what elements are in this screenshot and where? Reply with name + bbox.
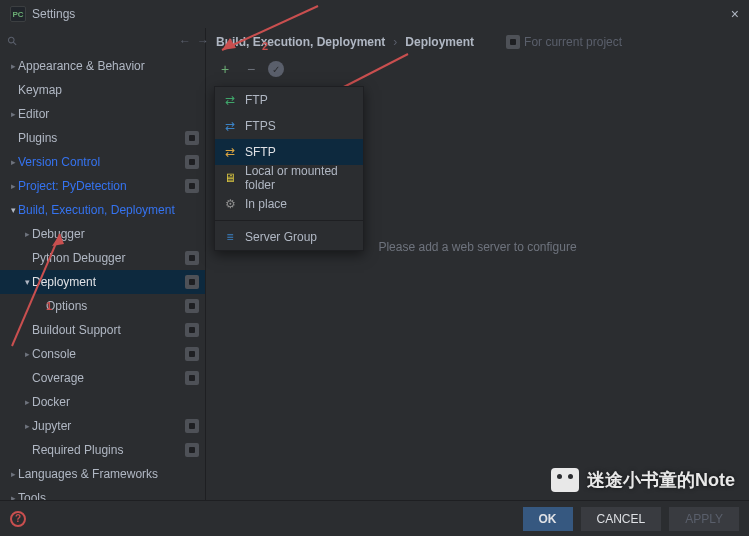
sidebar-item-label: Deployment: [32, 275, 181, 289]
sidebar-item-label: Docker: [32, 395, 199, 409]
dropdown-item[interactable]: ⇄FTPS: [215, 113, 363, 139]
separator: [215, 220, 363, 221]
close-icon[interactable]: ×: [731, 6, 739, 22]
chevron-right-icon: ▸: [22, 421, 32, 431]
project-icon: [185, 443, 199, 457]
sidebar-item-label: Project: PyDetection: [18, 179, 181, 193]
sidebar-item[interactable]: Keymap: [0, 78, 205, 102]
add-button[interactable]: +: [216, 60, 234, 78]
project-icon: [185, 347, 199, 361]
search-icon: ⚲: [4, 33, 20, 49]
chevron-right-icon: ▸: [8, 109, 18, 119]
chevron-right-icon: ▸: [8, 61, 18, 71]
settings-sidebar: ⚲ ← → ▸Appearance & BehaviorKeymap▸Edito…: [0, 28, 206, 500]
sidebar-item[interactable]: ▸Appearance & Behavior: [0, 54, 205, 78]
dropdown-item[interactable]: ⇄FTP: [215, 87, 363, 113]
chevron-down-icon: ▾: [22, 277, 32, 287]
ftp-icon: ⇄: [223, 93, 237, 107]
breadcrumb-part[interactable]: Build, Execution, Deployment: [216, 35, 385, 49]
sidebar-item[interactable]: ▸Docker: [0, 390, 205, 414]
sidebar-item-label: Options: [46, 299, 181, 313]
project-icon: [185, 179, 199, 193]
empty-state-text: Please add a web server to configure: [378, 240, 576, 254]
window-title: Settings: [32, 7, 75, 21]
sidebar-item[interactable]: ▸Debugger: [0, 222, 205, 246]
sidebar-item-label: Editor: [18, 107, 199, 121]
sidebar-item[interactable]: ▸Editor: [0, 102, 205, 126]
project-icon: [185, 419, 199, 433]
dropdown-item-label: FTP: [245, 93, 355, 107]
sidebar-item-label: Appearance & Behavior: [18, 59, 199, 73]
dropdown-item[interactable]: ⚙In place: [215, 191, 363, 217]
sidebar-item-label: Jupyter: [32, 419, 181, 433]
dropdown-item[interactable]: ⇄SFTP: [215, 139, 363, 165]
server-type-dropdown: ⇄FTP⇄FTPS⇄SFTP🖥Local or mounted folder⚙I…: [214, 86, 364, 251]
project-icon: [185, 323, 199, 337]
sidebar-item[interactable]: Python Debugger: [0, 246, 205, 270]
settings-tree: ▸Appearance & BehaviorKeymap▸EditorPlugi…: [0, 54, 205, 500]
settings-content: Build, Execution, Deployment › Deploymen…: [206, 28, 749, 500]
sidebar-item-label: Console: [32, 347, 181, 361]
sidebar-item-label: Buildout Support: [32, 323, 181, 337]
sidebar-item[interactable]: ▸Project: PyDetection: [0, 174, 205, 198]
project-icon: [185, 371, 199, 385]
project-icon: [185, 155, 199, 169]
search-input[interactable]: [23, 34, 173, 48]
remove-button[interactable]: −: [242, 60, 260, 78]
dropdown-item[interactable]: 🖥Local or mounted folder: [215, 165, 363, 191]
chevron-right-icon: ▸: [8, 181, 18, 191]
breadcrumb: Build, Execution, Deployment › Deploymen…: [206, 28, 749, 56]
dropdown-item-label: FTPS: [245, 119, 355, 133]
sidebar-item-label: Debugger: [32, 227, 199, 241]
sidebar-item-label: Version Control: [18, 155, 181, 169]
sidebar-item[interactable]: ▸Languages & Frameworks: [0, 462, 205, 486]
chevron-right-icon: ▸: [22, 229, 32, 239]
cancel-button[interactable]: CANCEL: [581, 507, 662, 531]
sftp-icon: ⇄: [223, 145, 237, 159]
title-bar: PC Settings ×: [0, 0, 749, 28]
sidebar-item[interactable]: Coverage: [0, 366, 205, 390]
dropdown-item-label: In place: [245, 197, 355, 211]
sidebar-item-label: Keymap: [18, 83, 199, 97]
sidebar-item-label: Plugins: [18, 131, 181, 145]
sidebar-item-label: Languages & Frameworks: [18, 467, 199, 481]
sidebar-item-label: Tools: [18, 491, 199, 500]
ftps-icon: ⇄: [223, 119, 237, 133]
sidebar-item[interactable]: Required Plugins: [0, 438, 205, 462]
sidebar-item-label: Build, Execution, Deployment: [18, 203, 199, 217]
chevron-right-icon: ▸: [22, 349, 32, 359]
inplace-icon: ⚙: [223, 197, 237, 211]
sidebar-item[interactable]: ▸Tools: [0, 486, 205, 500]
dropdown-item-label: SFTP: [245, 145, 355, 159]
help-icon[interactable]: ?: [10, 511, 26, 527]
sidebar-item-label: Python Debugger: [32, 251, 181, 265]
sidebar-item[interactable]: ▸Console: [0, 342, 205, 366]
sidebar-item-label: Required Plugins: [32, 443, 181, 457]
apply-button[interactable]: APPLY: [669, 507, 739, 531]
dialog-footer: ? OK CANCEL APPLY: [0, 500, 749, 536]
chevron-down-icon: ▾: [8, 205, 18, 215]
sidebar-item[interactable]: ▾Deployment: [0, 270, 205, 294]
chevron-right-icon: ▸: [8, 469, 18, 479]
dropdown-item-label: Local or mounted folder: [245, 164, 355, 192]
chevron-right-icon: ▸: [22, 397, 32, 407]
breadcrumb-part[interactable]: Deployment: [405, 35, 474, 49]
sidebar-item[interactable]: Options: [0, 294, 205, 318]
set-default-button[interactable]: ✓: [268, 61, 284, 77]
sidebar-item[interactable]: ▾Build, Execution, Deployment: [0, 198, 205, 222]
chevron-right-icon: ▸: [8, 493, 18, 500]
back-icon[interactable]: ←: [179, 34, 191, 48]
dropdown-item[interactable]: ≡Server Group: [215, 224, 363, 250]
project-icon: [185, 131, 199, 145]
sidebar-item[interactable]: Plugins: [0, 126, 205, 150]
project-icon: [506, 35, 520, 49]
project-icon: [185, 275, 199, 289]
chevron-right-icon: ▸: [8, 157, 18, 167]
sidebar-item[interactable]: ▸Version Control: [0, 150, 205, 174]
ok-button[interactable]: OK: [523, 507, 573, 531]
deployment-toolbar: + − ✓: [206, 56, 749, 82]
chevron-right-icon: ›: [393, 35, 397, 49]
sidebar-item[interactable]: ▸Jupyter: [0, 414, 205, 438]
local-icon: 🖥: [223, 171, 237, 185]
sidebar-item[interactable]: Buildout Support: [0, 318, 205, 342]
